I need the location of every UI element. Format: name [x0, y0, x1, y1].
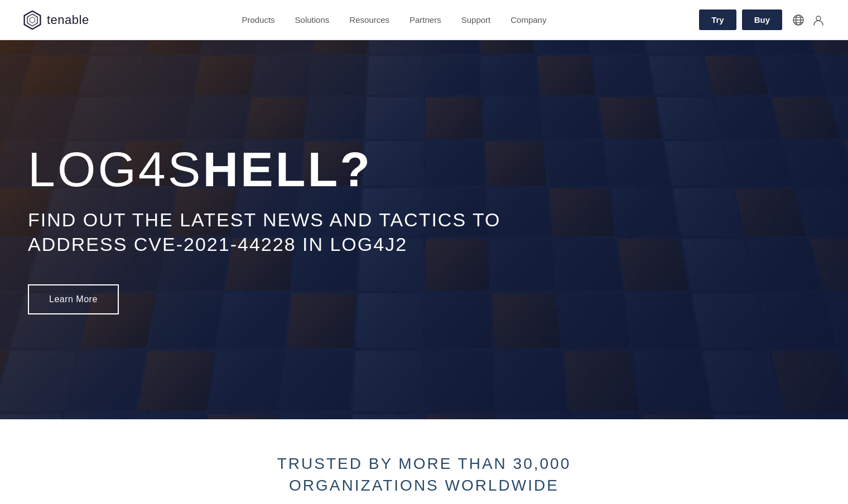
hero-title-part2: HELL?	[203, 142, 372, 197]
nav-company[interactable]: Company	[510, 15, 546, 25]
learn-more-button[interactable]: Learn More	[28, 284, 119, 314]
hero-title: LOG4SHELL?	[28, 145, 820, 194]
trust-line1: TRUSTED BY MORE THAN 30,000	[277, 455, 571, 472]
hero-content: LOG4SHELL? FIND OUT THE LATEST NEWS AND …	[0, 40, 848, 419]
nav-partners[interactable]: Partners	[409, 15, 441, 25]
logo-link[interactable]: tenable	[22, 10, 89, 30]
site-header: tenable Products Solutions Resources Par…	[0, 0, 848, 40]
logo-text: tenable	[47, 13, 89, 27]
nav-resources[interactable]: Resources	[349, 15, 389, 25]
main-nav: Products Solutions Resources Partners Su…	[242, 15, 546, 25]
globe-icon[interactable]	[791, 13, 806, 27]
try-button[interactable]: Try	[699, 9, 736, 30]
trust-section: TRUSTED BY MORE THAN 30,000 ORGANIZATION…	[0, 419, 848, 504]
user-icon[interactable]	[811, 13, 826, 27]
svg-marker-2	[30, 17, 35, 23]
header-actions: Try Buy	[699, 9, 826, 30]
trust-line2: ORGANIZATIONS WORLDWIDE	[289, 477, 559, 494]
trust-title: TRUSTED BY MORE THAN 30,000 ORGANIZATION…	[22, 453, 826, 496]
nav-products[interactable]: Products	[242, 15, 274, 25]
logo-icon	[22, 10, 42, 30]
nav-solutions[interactable]: Solutions	[295, 15, 330, 25]
buy-button[interactable]: Buy	[742, 9, 782, 30]
hero-section: LOG4SHELL? FIND OUT THE LATEST NEWS AND …	[0, 40, 848, 419]
hero-title-part1: LOG4S	[28, 142, 203, 197]
hero-subtitle: FIND OUT THE LATEST NEWS AND TACTICS TO …	[28, 207, 530, 256]
nav-support[interactable]: Support	[461, 15, 491, 25]
svg-point-8	[816, 16, 821, 21]
svg-marker-1	[27, 14, 37, 26]
